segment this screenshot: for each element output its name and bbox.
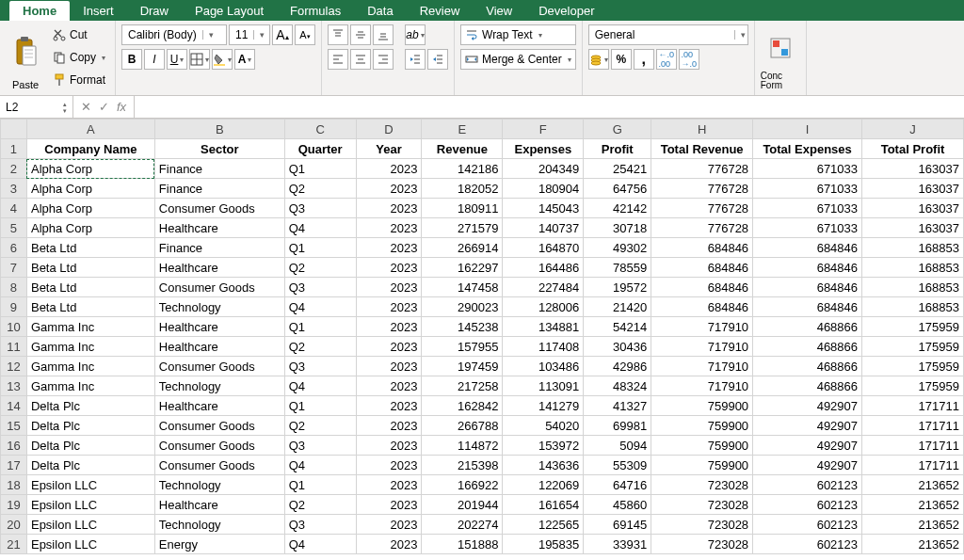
tab-view[interactable]: View bbox=[473, 1, 525, 21]
cell[interactable]: 163037 bbox=[862, 199, 964, 218]
cell[interactable]: 671033 bbox=[753, 218, 862, 238]
cell[interactable]: 163037 bbox=[862, 218, 964, 238]
row-header[interactable]: 11 bbox=[1, 337, 27, 357]
tab-data[interactable]: Data bbox=[354, 1, 406, 21]
cell[interactable]: Q1 bbox=[284, 475, 356, 495]
cell[interactable]: 145043 bbox=[503, 199, 584, 218]
col-header[interactable]: B bbox=[154, 120, 284, 139]
row-header[interactable]: 16 bbox=[1, 436, 27, 456]
cell[interactable]: Healthcare bbox=[154, 258, 284, 278]
cell[interactable]: 759900 bbox=[651, 416, 753, 436]
cell[interactable]: 180904 bbox=[503, 179, 584, 199]
tab-review[interactable]: Review bbox=[407, 1, 474, 21]
cell[interactable]: 759900 bbox=[651, 456, 753, 475]
cell[interactable]: Q4 bbox=[284, 535, 356, 554]
cell[interactable]: 2023 bbox=[356, 297, 422, 317]
cell[interactable]: 182052 bbox=[422, 179, 503, 199]
cell[interactable]: Healthcare bbox=[154, 218, 284, 238]
cell[interactable]: Q2 bbox=[284, 495, 356, 515]
name-box[interactable]: L2 ▴▾ bbox=[0, 96, 73, 118]
cell[interactable]: 671033 bbox=[753, 179, 862, 199]
cell[interactable]: Alpha Corp bbox=[26, 199, 154, 218]
cell[interactable]: 140737 bbox=[503, 218, 584, 238]
cell[interactable]: 717910 bbox=[651, 337, 753, 357]
cell[interactable]: 2023 bbox=[356, 456, 422, 475]
accounting-format-button[interactable]: ▾ bbox=[588, 49, 609, 70]
row-header[interactable]: 6 bbox=[1, 238, 27, 258]
cell[interactable]: Epsilon LLC bbox=[26, 535, 154, 554]
cell[interactable]: 19572 bbox=[584, 278, 651, 297]
cell[interactable]: 168853 bbox=[862, 278, 964, 297]
cell[interactable]: 759900 bbox=[651, 436, 753, 456]
name-box-stepper[interactable]: ▴▾ bbox=[63, 101, 67, 114]
cell[interactable]: 723028 bbox=[651, 535, 753, 554]
cell[interactable]: 2023 bbox=[356, 495, 422, 515]
header-cell[interactable]: Total Expenses bbox=[753, 139, 862, 159]
cell[interactable]: 45860 bbox=[584, 495, 651, 515]
cell[interactable]: 157955 bbox=[422, 337, 503, 357]
cell[interactable]: 122069 bbox=[503, 475, 584, 495]
col-header[interactable]: F bbox=[503, 120, 584, 139]
cell[interactable]: 2023 bbox=[356, 475, 422, 495]
tab-home[interactable]: Home bbox=[9, 1, 70, 21]
cell[interactable]: 2023 bbox=[356, 535, 422, 554]
cell[interactable]: 213652 bbox=[862, 475, 964, 495]
cell[interactable]: Technology bbox=[154, 475, 284, 495]
cell[interactable]: 492907 bbox=[753, 396, 862, 416]
row-header[interactable]: 18 bbox=[1, 475, 27, 495]
cell[interactable]: 266788 bbox=[422, 416, 503, 436]
cell[interactable]: Delta Plc bbox=[26, 396, 154, 416]
cell[interactable]: Healthcare bbox=[154, 337, 284, 357]
cell[interactable]: 25421 bbox=[584, 159, 651, 179]
row-header[interactable]: 20 bbox=[1, 515, 27, 535]
cell[interactable]: 213652 bbox=[862, 495, 964, 515]
cell[interactable]: Finance bbox=[154, 238, 284, 258]
cell[interactable]: Consumer Goods bbox=[154, 357, 284, 376]
cell[interactable]: 168853 bbox=[862, 297, 964, 317]
cell[interactable]: Gamma Inc bbox=[26, 337, 154, 357]
cell[interactable]: Epsilon LLC bbox=[26, 475, 154, 495]
header-cell[interactable]: Expenses bbox=[503, 139, 584, 159]
header-cell[interactable]: Revenue bbox=[422, 139, 503, 159]
cell[interactable]: Q2 bbox=[284, 337, 356, 357]
cell[interactable]: 54020 bbox=[503, 416, 584, 436]
fill-color-button[interactable]: ▾ bbox=[212, 49, 233, 70]
cell[interactable]: 175959 bbox=[862, 376, 964, 396]
cell[interactable]: 2023 bbox=[356, 199, 422, 218]
cell[interactable]: 2023 bbox=[356, 436, 422, 456]
cell[interactable]: 171711 bbox=[862, 396, 964, 416]
increase-decimal-button[interactable]: ←.0.00 bbox=[656, 49, 677, 70]
cell[interactable]: 128006 bbox=[503, 297, 584, 317]
col-header[interactable]: J bbox=[862, 120, 964, 139]
cell[interactable]: 602123 bbox=[753, 515, 862, 535]
cell[interactable]: 2023 bbox=[356, 376, 422, 396]
format-painter-button[interactable]: Format bbox=[49, 70, 109, 90]
header-cell[interactable]: Year bbox=[356, 139, 422, 159]
cell[interactable]: 2023 bbox=[356, 337, 422, 357]
tab-formulas[interactable]: Formulas bbox=[277, 1, 354, 21]
cell[interactable]: 717910 bbox=[651, 357, 753, 376]
cell[interactable]: Delta Plc bbox=[26, 456, 154, 475]
cell[interactable]: 204349 bbox=[503, 159, 584, 179]
conditional-format-button[interactable]: Conc Form bbox=[761, 24, 800, 90]
cell[interactable]: 2023 bbox=[356, 159, 422, 179]
enter-icon[interactable]: ✓ bbox=[99, 100, 109, 114]
cell[interactable]: 492907 bbox=[753, 436, 862, 456]
cell[interactable]: Gamma Inc bbox=[26, 357, 154, 376]
underline-button[interactable]: U▾ bbox=[167, 49, 187, 70]
cell[interactable]: Energy bbox=[154, 535, 284, 554]
cell[interactable]: 684846 bbox=[651, 278, 753, 297]
row-header[interactable]: 21 bbox=[1, 535, 27, 554]
paste-button[interactable]: Paste bbox=[6, 24, 45, 90]
cell[interactable]: 162297 bbox=[422, 258, 503, 278]
cell[interactable]: 175959 bbox=[862, 317, 964, 337]
cell[interactable]: 180911 bbox=[422, 199, 503, 218]
col-header[interactable]: G bbox=[584, 120, 651, 139]
cell[interactable]: 2023 bbox=[356, 416, 422, 436]
col-header[interactable]: D bbox=[356, 120, 422, 139]
header-cell[interactable]: Total Profit bbox=[862, 139, 964, 159]
cell[interactable]: 42142 bbox=[584, 199, 651, 218]
cell[interactable]: Healthcare bbox=[154, 396, 284, 416]
cell[interactable]: 163037 bbox=[862, 159, 964, 179]
cell[interactable]: Q3 bbox=[284, 278, 356, 297]
